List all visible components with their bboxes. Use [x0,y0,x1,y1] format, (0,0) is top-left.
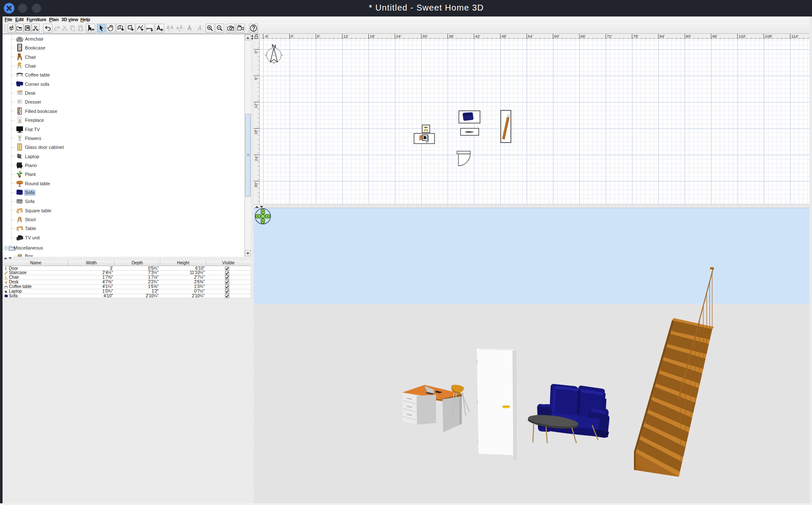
svg-text:6': 6' [254,77,258,80]
svg-text:78': 78' [633,34,639,38]
svg-text:0': 0' [291,34,294,38]
svg-text:36': 36' [449,34,454,38]
svg-text:24': 24' [396,34,401,38]
svg-text:30': 30' [254,182,258,188]
svg-text:48': 48' [502,34,507,38]
svg-text:12': 12' [254,103,258,109]
svg-text:18': 18' [254,129,258,135]
svg-text:72': 72' [607,34,612,38]
svg-text:6': 6' [317,34,320,38]
svg-text:30': 30' [422,34,428,38]
svg-text:96': 96' [712,34,718,38]
svg-text:60': 60' [554,34,560,38]
svg-text:90': 90' [686,34,691,38]
svg-text:24': 24' [254,156,258,161]
svg-text:66': 66' [580,34,586,38]
svg-text:18': 18' [370,34,375,38]
svg-text:0': 0' [254,50,258,53]
svg-text:42': 42' [475,34,480,38]
svg-text:12': 12' [343,34,349,38]
svg-text:54': 54' [528,34,533,38]
svg-text:84': 84' [659,34,665,38]
